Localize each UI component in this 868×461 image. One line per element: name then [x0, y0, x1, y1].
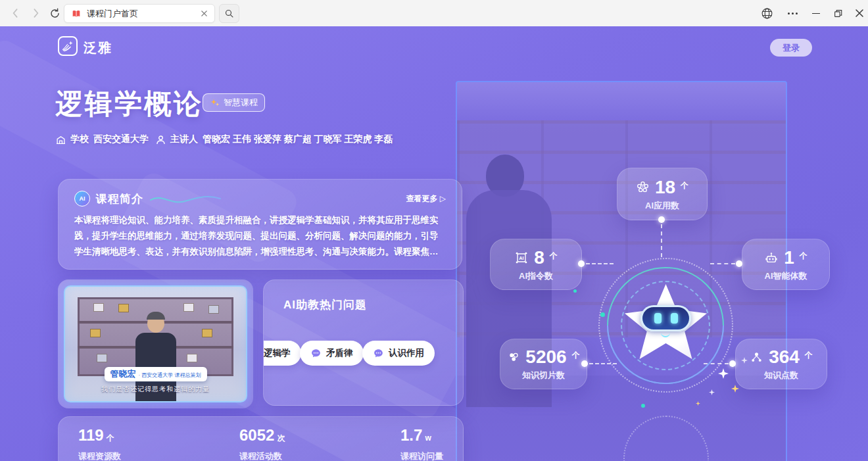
course-portal-page: 泛雅 登录 逻辑学概论 智慧课程 学校 西安交通大学 主讲人 管晓宏 王伟 张爱…: [0, 26, 868, 461]
stat-bubble-ai-apps: 18个 AI应用数: [617, 168, 708, 220]
chat-bubble-icon: [373, 348, 384, 359]
address-tab[interactable]: 课程门户首页: [64, 4, 215, 23]
favicon-book-icon: [71, 9, 82, 19]
connector-dot: [658, 216, 665, 223]
login-button[interactable]: 登录: [770, 39, 812, 57]
stat-bubble-ai-commands: AI 8个 AI指令数: [490, 239, 582, 290]
question-chip[interactable]: 矛盾律: [300, 341, 364, 366]
school-icon: [56, 135, 66, 145]
chip-label: 认识作用: [389, 347, 424, 359]
speaker-title: · 西安交通大学 课程总策划: [138, 372, 201, 379]
question-chip[interactable]: 逻辑学: [263, 341, 301, 366]
stat-label: 课程活动数: [239, 450, 285, 461]
speaker-hair: [147, 312, 165, 320]
search-icon: [224, 9, 234, 18]
browser-window: 课程门户首页: [0, 0, 868, 461]
badge-label: 智慧课程: [224, 97, 258, 109]
globe-icon[interactable]: [758, 5, 775, 21]
flower-icon: [636, 180, 650, 194]
brand-name: 泛雅: [84, 39, 112, 57]
close-button[interactable]: [851, 5, 868, 21]
wave-decoration-icon: [149, 192, 222, 205]
connector-line: [586, 263, 614, 264]
network-icon: [750, 351, 763, 364]
ai-badge-icon: AI: [74, 191, 90, 206]
stat-bubble-knowledge-points: 364个 知识点数: [735, 339, 827, 389]
intro-text: 本课程将理论知识、能力培养、素质提升相融合，讲授逻辑学基础知识，并将其应用于思维…: [74, 212, 446, 260]
back-icon[interactable]: [8, 5, 24, 21]
search-button[interactable]: [219, 4, 239, 23]
stat-resources: 119个 课程资源数: [78, 426, 121, 461]
svg-text:AI: AI: [519, 255, 524, 260]
stat-value: 6052: [239, 426, 274, 444]
stat-value: 119: [78, 426, 104, 444]
robot-icon: [764, 251, 779, 265]
video-subtitle: 我们是否还记得思考和逻辑的力量: [65, 385, 246, 394]
speakers-meta: 主讲人 管晓宏 王伟 张爱萍 蔡广超 丁晓军 王荣虎 李磊: [156, 133, 393, 145]
stat-visits: 1.7w 课程访问量: [400, 426, 443, 461]
school-name: 西安交通大学: [93, 133, 149, 145]
stat-activities: 6052次 课程活动数: [239, 426, 285, 461]
ai-assistant-card: AI助教热门问题 逻辑学 矛盾律 认识作用: [263, 279, 464, 406]
course-title: 逻辑学概论: [55, 85, 203, 122]
browser-toolbar: 课程门户首页: [0, 0, 868, 26]
forward-icon[interactable]: [28, 5, 43, 21]
stat-value: 1.7: [400, 426, 422, 444]
speaker-name-banner: 管晓宏 · 西安交通大学 课程总策划: [104, 367, 206, 381]
smart-course-badge: 智慧课程: [203, 93, 265, 112]
school-meta: 学校 西安交通大学: [56, 133, 149, 145]
connector-dot: [581, 360, 588, 367]
ai-frame-icon: AI: [514, 251, 529, 265]
sparkle-icon: [210, 97, 220, 108]
connector-dot: [736, 260, 742, 267]
connector-line: [661, 224, 662, 257]
speaker-video-card: 管晓宏 · 西安交通大学 课程总策划 我们是否还记得思考和逻辑的力量: [58, 279, 253, 408]
speaker-name: 管晓宏: [110, 368, 135, 380]
speakers-names: 管晓宏 王伟 张爱萍 蔡广超 丁晓军 王荣虎 李磊: [203, 133, 393, 145]
connector-line: [710, 263, 735, 264]
chip-label: 逻辑学: [264, 347, 291, 359]
question-chip[interactable]: 认识作用: [362, 341, 435, 366]
person-icon: [156, 135, 166, 145]
more-menu-icon[interactable]: [784, 5, 801, 21]
chip-label: 矛盾律: [326, 347, 353, 359]
teal-dot: [600, 312, 605, 317]
view-more-link[interactable]: 查看更多 ▷: [406, 193, 446, 205]
teal-dot: [641, 404, 645, 408]
stat-bubble-knowledge-slices: 5206个 知识切片数: [500, 339, 587, 389]
brand-logo-icon[interactable]: [58, 36, 78, 56]
stat-bubble-ai-agents: 1个 AI智能体数: [742, 239, 830, 290]
restore-button[interactable]: [829, 5, 846, 21]
intro-title: 课程简介: [96, 191, 143, 206]
course-stats-bar: 119个 课程资源数 6052次 课程活动数 1.7w 课程访问量: [58, 416, 464, 461]
tab-title: 课程门户首页: [87, 8, 195, 20]
connector-dot: [729, 360, 736, 367]
reload-icon[interactable]: [47, 5, 62, 21]
mascot-eye: [671, 313, 678, 324]
school-label: 学校: [70, 133, 89, 145]
teal-dot: [573, 289, 577, 293]
stat-label: 课程资源数: [78, 450, 121, 461]
ai-assistant-title: AI助教热门问题: [283, 297, 367, 312]
course-intro-card: AI 课程简介 查看更多 ▷ 本课程将理论知识、能力培养、素质提升相融合，讲授逻…: [58, 179, 462, 270]
connector-dot: [578, 260, 585, 267]
speakers-label: 主讲人: [170, 133, 198, 145]
minimize-button[interactable]: [808, 5, 825, 21]
chat-bubble-icon: [310, 348, 322, 359]
mascot-eye: [654, 313, 662, 324]
mascot-visor: [640, 305, 691, 331]
tab-close-icon[interactable]: [201, 10, 208, 17]
stat-label: 课程访问量: [400, 450, 443, 461]
molecule-icon: [507, 351, 520, 364]
speaker-video-thumbnail[interactable]: 管晓宏 · 西安交通大学 课程总策划 我们是否还记得思考和逻辑的力量: [64, 285, 247, 402]
